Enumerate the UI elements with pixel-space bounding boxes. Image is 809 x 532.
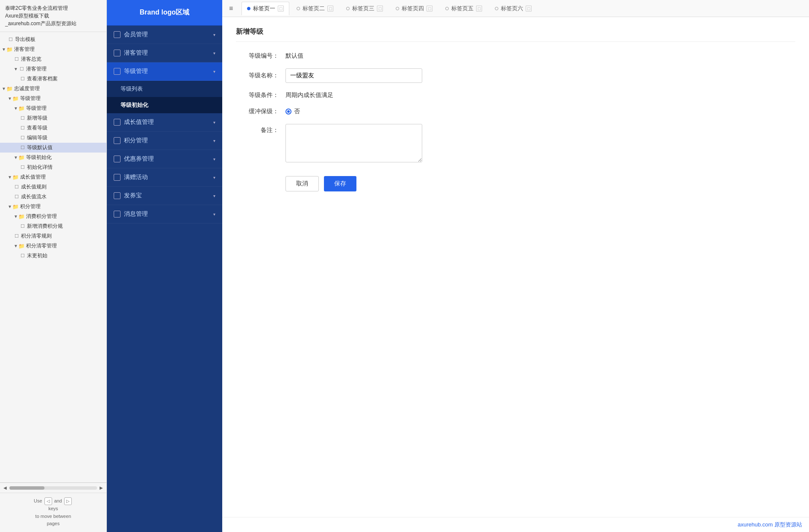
remark-textarea[interactable] xyxy=(285,124,422,162)
tab-label-tab6: 标签页六 xyxy=(501,5,523,12)
tab-tab4[interactable]: 标签页四 □ xyxy=(390,2,438,15)
app-title: 泰啤2C零售业务全流程管理 Axure原型模板下载 _axurehub.com产… xyxy=(5,5,76,26)
doc-icon: ☐ xyxy=(20,76,26,82)
level-condition-value: 周期内成长值满足 xyxy=(285,91,333,99)
doc-icon: ☐ xyxy=(20,223,26,229)
tree-item-points-clear-mgmt[interactable]: ▼📁积分清零管理 xyxy=(0,241,106,251)
tab-label-tab3: 标签页三 xyxy=(352,5,374,12)
tree-item-qianzhe-overview[interactable]: ☐潜客总览 xyxy=(0,54,106,64)
tree-item-qianzhe-mgmt2[interactable]: ▼☐潜客管理 xyxy=(0,64,106,74)
folder-icon: 📁 xyxy=(7,86,13,92)
tree-item-loyalty-mgmt[interactable]: ▼📁忠诚度管理 xyxy=(0,84,106,94)
tree-item-points-clear-rules[interactable]: ☐积分清零规则 xyxy=(0,231,106,241)
nav-label-coupon-treasure: 发券宝 xyxy=(124,192,213,200)
tree-arrow: ▼ xyxy=(8,204,12,209)
nav-sub-level-list[interactable]: 等级列表 xyxy=(107,81,222,97)
folder-icon: 📁 xyxy=(19,155,25,161)
horizontal-scrollbar[interactable] xyxy=(9,486,97,490)
tree-item-label: 等级管理 xyxy=(26,105,47,112)
tab-tab2[interactable]: 标签页二 □ xyxy=(291,2,339,15)
scroll-left-arrow[interactable]: ◀ xyxy=(3,485,8,491)
nav-label-gift: 满赠活动 xyxy=(124,173,213,181)
tab-close-tab6[interactable]: □ xyxy=(526,6,532,12)
tab-close-tab1[interactable]: □ xyxy=(278,6,284,12)
tree-item-level-mgmt[interactable]: ▼📁等级管理 xyxy=(0,94,106,103)
level-condition-label: 等级条件： xyxy=(236,91,279,99)
tree-arrow: ▼ xyxy=(14,67,18,71)
nav-icon-coupon xyxy=(114,156,121,162)
tree-item-export-template[interactable]: ☐导出模板 xyxy=(0,35,106,44)
nav-item-message[interactable]: 消息管理 ▾ xyxy=(107,205,222,223)
nav-arrow-qianzhe: ▾ xyxy=(213,51,215,56)
tree-item-label: 成长值规则 xyxy=(21,183,47,191)
tab-tab3[interactable]: 标签页三 □ xyxy=(341,2,388,15)
tab-close-tab3[interactable]: □ xyxy=(377,6,383,12)
doc-icon: ☐ xyxy=(20,253,26,259)
tree-item-growth-mgmt[interactable]: ▼📁成长值管理 xyxy=(0,172,106,182)
nav-item-qianzhe[interactable]: 潜客管理 ▾ xyxy=(107,44,222,62)
nav-sub-level-init[interactable]: 等级初始化 xyxy=(107,97,222,113)
nav-icon-points xyxy=(114,137,121,144)
tree-item-view-level[interactable]: ☐查看等级 xyxy=(0,123,106,133)
tree-item-view-archive[interactable]: ☐查看潜客档案 xyxy=(0,74,106,84)
level-name-input[interactable] xyxy=(285,68,422,83)
tree-item-level-init[interactable]: ▼📁等级初始化 xyxy=(0,153,106,162)
tree-item-growth-flow[interactable]: ☐成长值流水 xyxy=(0,192,106,202)
tree-item-level-default[interactable]: ☐等级默认值 xyxy=(0,143,106,153)
tree-item-points-mgmt[interactable]: ▼📁积分管理 xyxy=(0,202,106,212)
menu-icon-btn[interactable]: ≡ xyxy=(226,3,236,14)
scroll-right-arrow[interactable]: ▶ xyxy=(99,485,104,491)
form-section: 等级编号： 默认值 等级名称： 等级条件： 周期内成长值满足 缓冲保级： 否 xyxy=(236,52,578,191)
tree-item-label: 新增等级 xyxy=(27,115,47,122)
nav-item-gift[interactable]: 满赠活动 ▾ xyxy=(107,168,222,187)
doc-icon: ☐ xyxy=(20,135,26,141)
tab-close-tab4[interactable]: □ xyxy=(427,6,432,12)
form-row-remark: 备注： xyxy=(236,124,578,162)
nav-item-points[interactable]: 积分管理 ▾ xyxy=(107,132,222,150)
tree-item-growth-rules[interactable]: ☐成长值规则 xyxy=(0,182,106,192)
nav-item-member-mgmt[interactable]: 会员管理 ▾ xyxy=(107,26,222,44)
nav-icon-message xyxy=(114,211,121,218)
tree-item-points-clear-detail[interactable]: ☐末更初始 xyxy=(0,251,106,261)
left-key: ◁ xyxy=(44,497,52,505)
tree-item-label: 查看潜客档案 xyxy=(27,75,58,82)
left-panel: 泰啤2C零售业务全流程管理 Axure原型模板下载 _axurehub.com产… xyxy=(0,0,107,532)
save-button[interactable]: 保存 xyxy=(324,176,356,191)
tree-item-init-detail[interactable]: ☐初始化详情 xyxy=(0,162,106,172)
nav-item-level-mgmt[interactable]: 等级管理 ▾ xyxy=(107,62,222,81)
tab-tab1[interactable]: 标签页一 □ xyxy=(241,2,289,15)
tree-item-edit-level[interactable]: ☐编辑等级 xyxy=(0,133,106,143)
folder-icon: 📁 xyxy=(19,243,25,249)
buffer-protect-radio[interactable]: 否 xyxy=(285,108,300,115)
nav-item-coupon[interactable]: 优惠券管理 ▾ xyxy=(107,150,222,168)
nav-label-member: 会员管理 xyxy=(124,31,213,38)
nav-item-coupon-treasure[interactable]: 发券宝 ▾ xyxy=(107,187,222,205)
tree-item-add-level[interactable]: ☐新增等级 xyxy=(0,113,106,123)
nav-label-points: 积分管理 xyxy=(124,137,213,144)
tree-item-label: 积分清零管理 xyxy=(26,242,57,250)
cancel-button[interactable]: 取消 xyxy=(285,176,319,191)
tree-item-add-consume-points[interactable]: ☐新增消费积分规 xyxy=(0,221,106,231)
tab-dot-tab4 xyxy=(396,7,399,10)
hint-move: to move between xyxy=(35,514,71,519)
tree-item-consume-points[interactable]: ▼📁消费积分管理 xyxy=(0,212,106,221)
nav-item-growth[interactable]: 成长值管理 ▾ xyxy=(107,113,222,132)
main-area: ≡ 标签页一 □ 标签页二 □ 标签页三 □ 标签页四 □ 标签页五 □ 标签页… xyxy=(222,0,809,532)
tree-item-label: 积分管理 xyxy=(20,203,41,210)
doc-icon: ☐ xyxy=(20,115,26,121)
tab-tab6[interactable]: 标签页六 □ xyxy=(489,2,537,15)
tab-close-tab5[interactable]: □ xyxy=(476,6,482,12)
tab-close-tab2[interactable]: □ xyxy=(327,6,333,12)
tree-item-qianzhe-mgmt[interactable]: ▼📁潜客管理 xyxy=(0,44,106,54)
folder-icon: 📁 xyxy=(13,174,19,180)
nav-icon-growth xyxy=(114,119,121,126)
doc-icon: ☐ xyxy=(20,125,26,131)
tree-item-label: 等级初始化 xyxy=(26,154,52,161)
tree-item-label: 成长值管理 xyxy=(20,173,46,181)
hint-and: and xyxy=(54,498,62,503)
left-footer: Use ◁ and ▷ keys to move between pages xyxy=(0,493,106,532)
tree-item-label: 末更初始 xyxy=(27,252,47,259)
tab-tab5[interactable]: 标签页五 □ xyxy=(440,2,488,15)
tab-dot-tab2 xyxy=(297,7,300,10)
tree-item-level-mgmt2[interactable]: ▼📁等级管理 xyxy=(0,103,106,113)
